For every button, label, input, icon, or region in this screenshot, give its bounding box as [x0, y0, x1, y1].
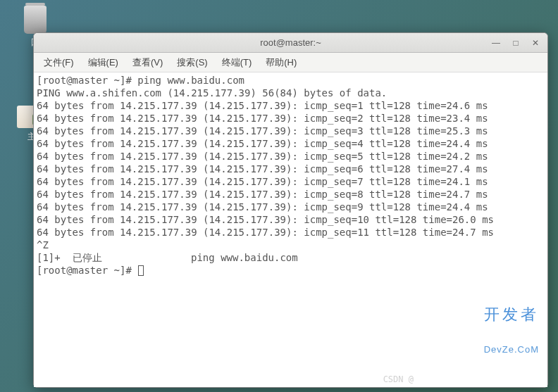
window-titlebar[interactable]: root@master:~ — □ ✕ [34, 33, 547, 53]
terminal-line: 64 bytes from 14.215.177.39 (14.215.177.… [37, 189, 488, 200]
terminal-line: 64 bytes from 14.215.177.39 (14.215.177.… [37, 227, 494, 238]
menu-terminal[interactable]: 终端(T) [215, 53, 259, 72]
maximize-icon: □ [513, 38, 518, 48]
terminal-line: 64 bytes from 14.215.177.39 (14.215.177.… [37, 163, 488, 175]
watermark: 开发者 DevZe.CoM [484, 283, 539, 381]
minimize-button[interactable]: — [487, 36, 505, 50]
terminal-window: root@master:~ — □ ✕ 文件(F) 编辑(E) 查看(V) 搜索… [33, 32, 548, 388]
terminal-prompt: [root@master ~]# [37, 265, 137, 276]
cursor-icon [138, 265, 144, 276]
terminal-line: ^Z [37, 239, 49, 251]
watermark-main: 开发者 [484, 308, 539, 321]
minimize-icon: — [492, 38, 500, 48]
trash-icon [24, 6, 46, 34]
terminal-line: 64 bytes from 14.215.177.39 (14.215.177.… [37, 100, 488, 111]
menu-help[interactable]: 帮助(H) [259, 53, 304, 72]
close-icon: ✕ [532, 38, 539, 48]
maximize-button[interactable]: □ [507, 36, 525, 50]
terminal-line: 64 bytes from 14.215.177.39 (14.215.177.… [37, 125, 488, 137]
window-controls: — □ ✕ [487, 36, 545, 50]
terminal-line: 64 bytes from 14.215.177.39 (14.215.177.… [37, 201, 488, 213]
close-button[interactable]: ✕ [526, 36, 545, 50]
csdn-watermark: CSDN @ [383, 373, 414, 386]
terminal-line: PING www.a.shifen.com (14.215.177.39) 56… [37, 87, 387, 99]
menu-view[interactable]: 查看(V) [125, 53, 170, 72]
terminal-line: 64 bytes from 14.215.177.39 (14.215.177.… [37, 176, 488, 187]
terminal-line: 64 bytes from 14.215.177.39 (14.215.177.… [37, 214, 494, 225]
menu-file[interactable]: 文件(F) [37, 53, 81, 72]
terminal-output[interactable]: [root@master ~]# ping www.baidu.com PING… [34, 72, 547, 387]
watermark-sub: DevZe.CoM [484, 343, 539, 356]
menu-search[interactable]: 搜索(S) [170, 53, 214, 72]
terminal-line: 64 bytes from 14.215.177.39 (14.215.177.… [37, 151, 488, 162]
menubar: 文件(F) 编辑(E) 查看(V) 搜索(S) 终端(T) 帮助(H) [34, 53, 547, 72]
menu-edit[interactable]: 编辑(E) [81, 53, 125, 72]
terminal-line: 64 bytes from 14.215.177.39 (14.215.177.… [37, 138, 488, 149]
window-title: root@master:~ [260, 37, 321, 48]
terminal-line: 64 bytes from 14.215.177.39 (14.215.177.… [37, 113, 488, 124]
terminal-line: [root@master ~]# ping www.baidu.com [37, 75, 244, 86]
terminal-line: [1]+ 已停止 ping www.baidu.com [37, 252, 298, 263]
